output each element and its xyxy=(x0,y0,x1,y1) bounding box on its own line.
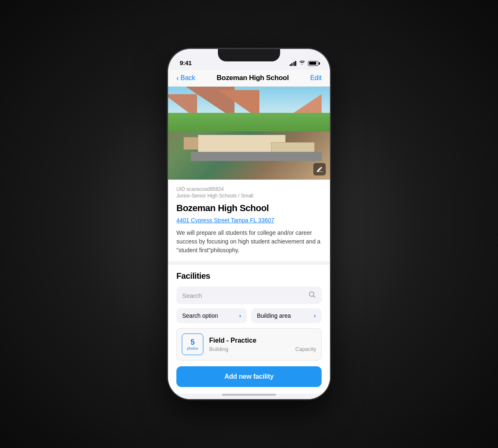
facilities-title: Facilities xyxy=(176,271,322,281)
search-placeholder: Search xyxy=(182,292,308,299)
search-bar[interactable]: Search xyxy=(176,287,322,304)
buildings-layer xyxy=(176,124,322,161)
building-area-chevron-icon: › xyxy=(314,312,316,319)
nav-title: Bozeman High School xyxy=(217,74,289,82)
phone-device: 9:41 xyxy=(168,49,330,399)
search-icon xyxy=(308,291,316,300)
svg-line-2 xyxy=(314,296,315,298)
facility-type: Building xyxy=(209,346,228,352)
facility-capacity: Capacity xyxy=(295,346,316,352)
phone-notch xyxy=(218,49,280,61)
facility-photo-number: 5 xyxy=(190,338,195,346)
school-category: Junior-Senior High Schools / Small xyxy=(176,193,322,199)
nav-bar: ‹ Back Bozeman High School Edit xyxy=(168,70,330,87)
facility-meta: Building Capacity xyxy=(209,346,316,352)
facility-photo-label: photos xyxy=(187,346,198,351)
svg-rect-0 xyxy=(317,171,322,172)
school-address[interactable]: 4401 Cypress Street Tampa FL 33607 xyxy=(176,217,322,224)
search-option-chevron-icon: › xyxy=(239,312,241,319)
school-name: Bozeman High School xyxy=(176,203,322,214)
image-edit-button[interactable] xyxy=(313,163,326,175)
school-uid: UID scaoscusd95824 xyxy=(176,186,322,192)
back-chevron-icon: ‹ xyxy=(176,74,179,82)
add-facility-button[interactable]: Add new facility xyxy=(176,366,322,387)
svg-point-1 xyxy=(310,292,314,297)
school-image xyxy=(168,87,330,180)
building-area-label: Building area xyxy=(257,312,291,319)
status-time: 9:41 xyxy=(180,59,192,66)
wifi-icon xyxy=(299,60,305,66)
facilities-section: Facilities Search xyxy=(168,265,330,394)
back-button[interactable]: ‹ Back xyxy=(176,74,195,82)
parking-lot xyxy=(191,152,322,161)
building-area-filter[interactable]: Building area › xyxy=(251,308,322,323)
status-icons xyxy=(290,60,319,66)
facility-details: Field - Practice Building Capacity xyxy=(209,337,316,352)
signal-icon xyxy=(290,61,297,66)
facility-card[interactable]: 5 photos Field - Practice Building Capac… xyxy=(176,328,322,360)
screen-content: ‹ Back Bozeman High School Edit xyxy=(168,70,330,399)
facility-name: Field - Practice xyxy=(209,337,316,344)
battery-icon xyxy=(308,61,318,66)
edit-button[interactable]: Edit xyxy=(310,74,322,82)
search-option-filter[interactable]: Search option › xyxy=(176,308,247,323)
phone-screen: 9:41 xyxy=(168,49,330,399)
facility-photo-count: 5 photos xyxy=(182,334,203,355)
back-label: Back xyxy=(181,74,195,82)
search-option-label: Search option xyxy=(182,312,218,319)
scroll-area[interactable]: UID scaoscusd95824 Junior-Senior High Sc… xyxy=(168,180,330,399)
school-info-section: UID scaoscusd95824 Junior-Senior High Sc… xyxy=(168,180,330,261)
home-indicator xyxy=(222,394,276,396)
filter-row: Search option › Building area › xyxy=(176,308,322,323)
school-description: We will prepare all students for college… xyxy=(176,229,322,255)
